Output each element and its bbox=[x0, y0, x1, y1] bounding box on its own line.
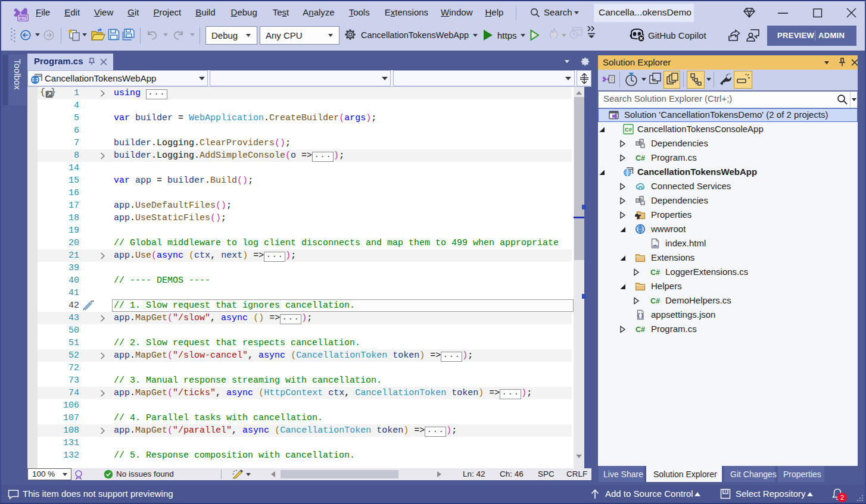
svg-text:C#: C# bbox=[636, 325, 645, 334]
svg-text:C#: C# bbox=[650, 297, 660, 305]
svg-text:C#: C# bbox=[625, 126, 633, 133]
svg-text:C#: C# bbox=[636, 154, 645, 162]
svg-text:C#: C# bbox=[650, 268, 660, 277]
svg-text:{}: {} bbox=[637, 313, 644, 319]
svg-text:PRE: PRE bbox=[19, 16, 27, 20]
